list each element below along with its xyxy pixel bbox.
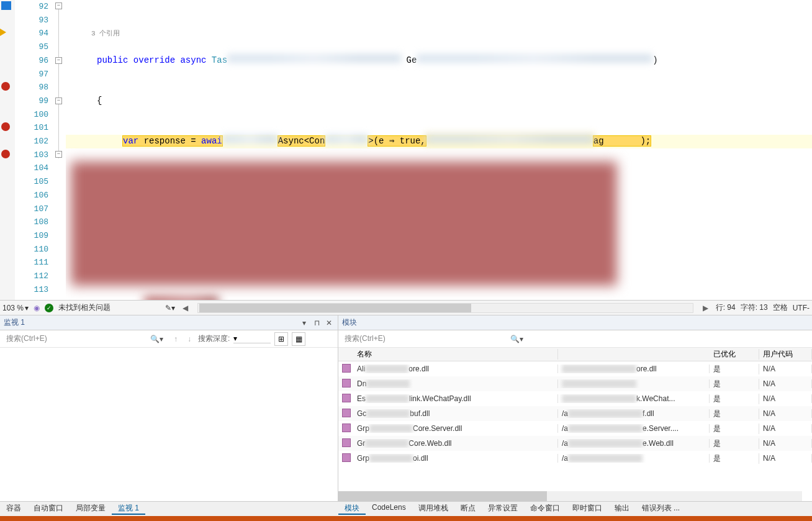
panel-title: 监视 1 [4, 317, 299, 328]
table-row[interactable]: Eslink.WeChatPay.dllk.WeChat...是N/A [338, 391, 812, 406]
module-optimized: 是 [710, 453, 759, 464]
search-input[interactable]: 搜索(Ctrl+E) 🔍▾ [341, 332, 527, 346]
zoom-control[interactable]: 103 % ▾ [2, 304, 29, 312]
tab-item[interactable]: 断点 [454, 503, 482, 514]
horizontal-scrollbar[interactable] [197, 303, 693, 313]
tab-item[interactable]: CodeLens [366, 503, 412, 512]
fold-toggle[interactable]: − [55, 97, 62, 104]
module-path: /af.dll [558, 409, 710, 419]
cursor-line[interactable]: 行: 94 [716, 302, 736, 313]
status-text: 未找到相关问题 [58, 302, 111, 313]
tab-item[interactable]: 即时窗口 [566, 503, 608, 514]
panel-titlebar[interactable]: 模块 [338, 315, 812, 330]
close-icon[interactable]: ✕ [324, 318, 334, 328]
column-name[interactable]: 名称 [353, 349, 558, 360]
keyword: var [123, 136, 138, 146]
line-number: 108 [15, 215, 48, 229]
breakpoint-gutter[interactable] [0, 0, 15, 300]
scroll-right-icon[interactable]: ▶ [701, 303, 711, 313]
module-usercode: N/A [759, 379, 812, 388]
table-row[interactable]: Grpoi.dll/a是N/A [338, 451, 812, 466]
line-number: 103 [15, 148, 48, 162]
module-path: /a [558, 454, 710, 463]
search-icon[interactable]: 🔍▾ [510, 335, 523, 343]
panel-titlebar[interactable]: 监视 1 ▾ ⊓ ✕ [0, 315, 338, 330]
panel-title: 模块 [342, 317, 808, 328]
breakpoint-marker[interactable] [1, 122, 10, 131]
cursor-char[interactable]: 字符: 13 [741, 302, 768, 313]
line-number: 93 [15, 14, 48, 27]
search-input[interactable]: 搜索(Ctrl+E) 🔍▾ [2, 332, 167, 346]
module-name: Grpoi.dll [353, 454, 558, 463]
intellicode-icon[interactable]: ◉ [34, 304, 40, 312]
fold-toggle[interactable]: − [55, 57, 62, 64]
line-number: 107 [15, 202, 48, 216]
table-row[interactable]: Dn是N/A [338, 376, 812, 391]
placeholder-text: 搜索(Ctrl+E) [6, 333, 47, 344]
filter-icon[interactable]: ⊞ [274, 332, 288, 346]
scrollbar-thumb[interactable] [338, 491, 547, 501]
tab-item[interactable]: 监视 1 [112, 503, 145, 515]
module-usercode: N/A [759, 454, 812, 463]
tab-item[interactable]: 调用堆栈 [412, 503, 454, 514]
line-number: 104 [15, 161, 48, 175]
watch-toolbar: 搜索(Ctrl+E) 🔍▾ ↑ ↓ 搜索深度: ▾ ⊞ ▦ [0, 330, 338, 348]
keyword: public override async [97, 55, 206, 65]
table-row[interactable]: Gcbuf.dll/af.dll是N/A [338, 406, 812, 421]
table-row[interactable]: Aliore.dllore.dll是N/A [338, 361, 812, 376]
module-name: Dn [353, 379, 558, 389]
tab-item[interactable]: 异常设置 [482, 503, 524, 514]
fold-toggle[interactable]: − [55, 151, 62, 158]
module-icon [342, 438, 351, 447]
toggle-icon[interactable]: ▦ [292, 332, 305, 346]
bookmark-marker[interactable] [1, 1, 11, 10]
module-path: /ae.Web.dll [558, 439, 710, 448]
fold-gutter[interactable]: − − − − [53, 0, 66, 300]
column-optimized[interactable]: 已优化 [710, 349, 759, 360]
brush-icon[interactable]: ✎▾ [165, 304, 175, 312]
watch-body[interactable] [0, 348, 338, 501]
tab-item[interactable]: 局部变量 [70, 503, 112, 514]
line-number: 98 [15, 81, 48, 94]
table-header[interactable]: 名称 已优化 用户代码 [338, 348, 812, 361]
module-path: ore.dll [558, 365, 710, 374]
depth-label: 搜索深度: [198, 333, 230, 344]
tab-item[interactable]: 模块 [338, 503, 366, 515]
fold-toggle[interactable]: − [55, 2, 62, 9]
line-number: 110 [15, 243, 48, 256]
tab-item[interactable]: 命令窗口 [524, 503, 566, 514]
pin-icon[interactable]: ⊓ [312, 318, 322, 328]
tab-item[interactable]: 错误列表 ... [636, 503, 686, 514]
table-row[interactable]: GrCore.Web.dll/ae.Web.dll是N/A [338, 436, 812, 451]
scroll-left-icon[interactable]: ◀ [180, 303, 190, 313]
column-usercode[interactable]: 用户代码 [759, 349, 812, 360]
code-text: ) [652, 55, 657, 65]
dropdown-icon[interactable]: ▾ [299, 318, 309, 328]
down-arrow-icon[interactable]: ↓ [184, 335, 194, 343]
indent-mode[interactable]: 空格 [773, 302, 788, 313]
chevron-down-icon[interactable]: ▾ [25, 304, 29, 312]
modules-panel: 模块 搜索(Ctrl+E) 🔍▾ 名称 已优化 用户代码 Aliore.dllo… [338, 315, 812, 501]
scrollbar-thumb[interactable] [199, 304, 471, 312]
module-name: Aliore.dll [353, 365, 558, 374]
modules-toolbar: 搜索(Ctrl+E) 🔍▾ [338, 330, 812, 348]
horizontal-scrollbar[interactable] [338, 491, 802, 501]
line-number: 106 [15, 189, 48, 202]
code-text: Async<Con [278, 136, 325, 146]
depth-dropdown[interactable]: ▾ [233, 334, 271, 343]
module-name: Eslink.WeChatPay.dll [353, 394, 558, 404]
up-arrow-icon[interactable]: ↑ [171, 335, 181, 343]
placeholder-text: 搜索(Ctrl+E) [345, 333, 386, 344]
tab-item[interactable]: 容器 [0, 503, 27, 514]
breakpoint-marker[interactable] [1, 82, 10, 91]
tool-window-area: 监视 1 ▾ ⊓ ✕ 搜索(Ctrl+E) 🔍▾ ↑ ↓ 搜索深度: ▾ ⊞ ▦… [0, 315, 812, 501]
module-icon [342, 364, 351, 373]
encoding[interactable]: UTF- [793, 304, 810, 312]
breakpoint-marker[interactable] [1, 150, 10, 158]
tab-item[interactable]: 输出 [608, 503, 636, 514]
table-row[interactable]: GrpCore.Server.dll/ae.Server....是N/A [338, 421, 812, 436]
tab-item[interactable]: 自动窗口 [27, 503, 70, 514]
code-text-area[interactable]: 3 个引用 public override async Tas Ge) { va… [66, 0, 812, 300]
search-icon[interactable]: 🔍▾ [150, 335, 163, 343]
module-optimized: 是 [710, 364, 759, 374]
